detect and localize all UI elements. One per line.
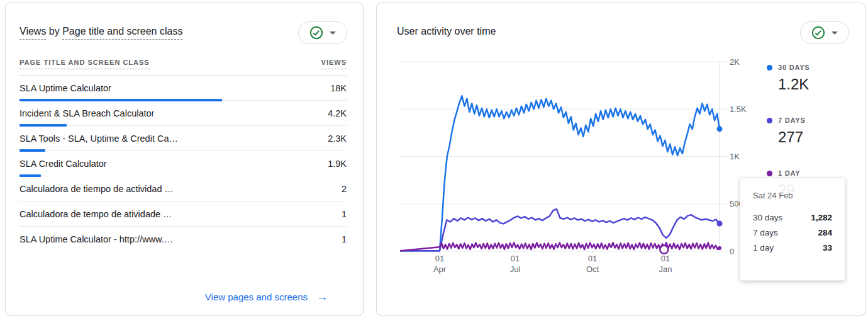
title-by: by: [46, 26, 62, 37]
table-row: SLA Credit Calculator1.9K: [19, 151, 347, 176]
pages-table: PAGE TITLE AND SCREEN CLASS VIEWS SLA Up…: [19, 59, 347, 252]
y-axis-tick-label: 1.5K: [730, 105, 747, 114]
table-row: Calculadora de tempo de atividade …1: [19, 202, 347, 227]
series-end-dot: [718, 246, 721, 250]
page-title-cell: SLA Uptime Calculator - http://www.…: [19, 234, 173, 244]
legend-dot-icon: [767, 118, 772, 123]
tooltip-series-label: 7 days: [753, 228, 778, 237]
legend-item-7-days[interactable]: 7 DAYS277: [767, 116, 806, 146]
x-axis-tick-label: 01Oct: [574, 253, 611, 275]
legend-label: 7 DAYS: [778, 116, 806, 124]
views-cell: 18K: [330, 83, 347, 93]
tooltip-series-value: 284: [818, 228, 832, 237]
footer-link-label: View pages and screens: [205, 292, 308, 302]
chart-tooltip: Sat 24 Feb 30 days1,2827 days2841 day33: [740, 178, 845, 281]
table-row: Incident & SLA Breach Calculator4.2K: [19, 101, 347, 126]
tooltip-row: 7 days284: [753, 228, 832, 237]
views-by-page-card: Views by Page title and screen class PAG…: [5, 3, 364, 315]
legend-label: 30 DAYS: [778, 64, 810, 71]
tooltip-series-value: 33: [823, 243, 832, 253]
views-cell: 1.9K: [328, 159, 347, 169]
table-row: SLA Uptime Calculator - http://www.…1: [19, 227, 347, 252]
views-cell: 4.2K: [328, 108, 347, 118]
page-title-cell: Calculadora de tempo de atividade …: [19, 209, 172, 219]
check-circle-icon: [309, 26, 323, 40]
table-row: Calculadora de tiempo de actividad …2: [19, 176, 347, 202]
tooltip-rows: 30 days1,2827 days2841 day33: [753, 213, 832, 253]
legend-item-30-days[interactable]: 30 DAYS1.2K: [767, 64, 810, 93]
page-title-cell: SLA Uptime Calculator: [19, 83, 111, 93]
page-title-cell: Incident & SLA Breach Calculator: [19, 108, 154, 118]
series-end-dot: [717, 126, 723, 132]
views-cell: 2: [342, 184, 347, 194]
legend-dot-icon: [767, 65, 772, 71]
table-body: SLA Uptime Calculator18KIncident & SLA B…: [19, 76, 347, 252]
series-line-30-days: [401, 96, 720, 251]
views-cell: 2.3K: [328, 133, 347, 144]
column-header-page-title: PAGE TITLE AND SCREEN CLASS: [19, 59, 150, 69]
view-pages-and-screens-link[interactable]: View pages and screens →: [205, 290, 328, 304]
legend-value: 1.2K: [778, 76, 810, 93]
series-end-dot: [717, 221, 723, 227]
chart-status-dropdown-button[interactable]: [298, 21, 347, 44]
page-title-cell: Calculadora de tiempo de actividad …: [19, 184, 174, 194]
column-header-views: VIEWS: [321, 59, 347, 69]
y-axis-tick-label: 0: [730, 247, 734, 256]
legend-dot-icon: [767, 171, 772, 176]
page-title-cell: SLA Credit Calculator: [19, 159, 107, 169]
views-cell: 1: [342, 209, 347, 219]
card-title: Views by Page title and screen class: [19, 26, 182, 37]
y-axis-tick-label: 2K: [730, 57, 740, 67]
user-activity-chart[interactable]: 05001K1.5K2K 01Apr01Jul01Oct01Jan 30 DAY…: [377, 3, 865, 315]
title-dimension-term: Page title and screen class: [62, 26, 182, 40]
x-axis-tick-label: 01Jul: [496, 253, 534, 275]
page-title-cell: SLA Tools - SLA, Uptime & Credit Ca…: [19, 133, 178, 144]
x-axis-tick-label: 01Apr: [421, 253, 459, 275]
tooltip-series-label: 30 days: [753, 213, 782, 222]
tooltip-series-label: 1 day: [753, 243, 774, 253]
legend-label: 1 DAY: [778, 169, 800, 177]
title-views-term: Views: [19, 26, 46, 40]
series-line-1-day: [401, 242, 720, 251]
x-axis-tick-label: 01Jan: [647, 253, 684, 275]
table-row: SLA Uptime Calculator18K: [19, 76, 347, 101]
legend-value: 277: [778, 128, 806, 146]
tooltip-series-value: 1,282: [811, 213, 832, 222]
chevron-down-icon: [330, 31, 336, 35]
y-axis-tick-label: 1K: [730, 152, 740, 161]
table-row: SLA Tools - SLA, Uptime & Credit Ca…2.3K: [19, 126, 347, 151]
arrow-right-icon: →: [316, 290, 328, 304]
table-header: PAGE TITLE AND SCREEN CLASS VIEWS: [19, 59, 347, 76]
hover-point-marker: [660, 246, 668, 254]
tooltip-row: 30 days1,282: [753, 213, 832, 222]
tooltip-date: Sat 24 Feb: [753, 191, 832, 200]
views-cell: 1: [342, 234, 347, 244]
tooltip-row: 1 day33: [753, 243, 832, 253]
user-activity-card: User activity over time 05001K1.5K2K 01A…: [376, 3, 865, 315]
